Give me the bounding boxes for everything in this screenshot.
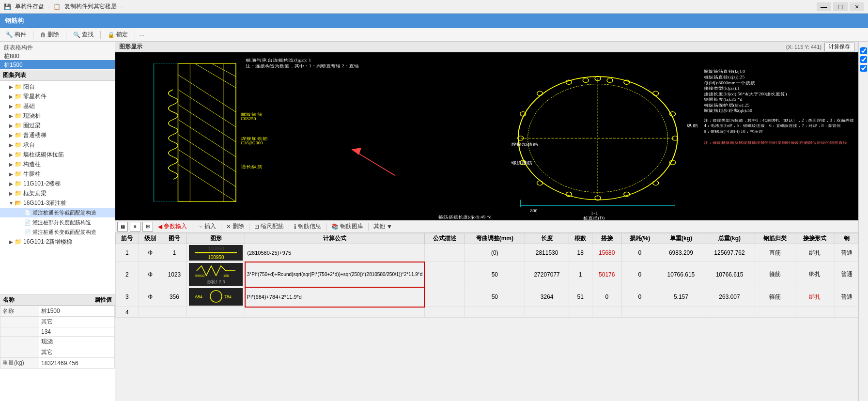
right-panel: 显示 bbox=[858, 42, 868, 401]
svg-text:150: 150 bbox=[223, 274, 229, 278]
rebar-lib-icon: 📚 bbox=[331, 223, 339, 230]
svg-text:注：连接构造为数值，其中：1：判断直弯锚   2：直锚: 注：连接构造为数值，其中：1：判断直弯锚 2：直锚 bbox=[246, 64, 359, 68]
table-row-4[interactable]: 4 bbox=[116, 307, 858, 318]
scale-icon: ⊡ bbox=[254, 223, 259, 230]
cad-svg: 桩顶与承台连接构造(ljgz): 1 注：连接构造为数值，其中：1：判断直弯锚 … bbox=[115, 52, 858, 220]
param-icon-btn[interactable]: ⊞ bbox=[142, 222, 153, 231]
table-row-2[interactable]: 2 Φ 1023 99930 150 形状1 2 bbox=[116, 262, 858, 287]
prop-row: 其它 bbox=[0, 347, 115, 358]
grid-icon-btn[interactable]: ≡ bbox=[130, 222, 140, 231]
svg-text:螺旋箍筋: 螺旋箍筋 bbox=[241, 112, 263, 117]
prop-row: 名称 桩1500 bbox=[0, 306, 115, 317]
expand-icon: ▶ bbox=[8, 94, 15, 99]
data-table-wrapper[interactable]: 筋号 级别 图号 图形 计算公式 公式描述 弯曲调整(mm) 长度 根数 搭接 … bbox=[115, 233, 858, 401]
tree-item-kuangjia[interactable]: ▶ 📁 框架扁梁 bbox=[0, 188, 115, 198]
tree-item-quanguo[interactable]: ▶ 📁 圈过梁 bbox=[0, 121, 115, 130]
svg-rect-0 bbox=[115, 52, 858, 220]
checkbox-2[interactable] bbox=[860, 56, 867, 63]
tree-item-16g2[interactable]: ▶ 📁 16G101-2新增楼梯 bbox=[0, 237, 115, 247]
col-singw: 单重(kg) bbox=[658, 233, 704, 244]
pile-1500[interactable]: 桩1500 bbox=[0, 60, 115, 69]
tree-item-jichu[interactable]: ▶ 📁 基础 bbox=[0, 101, 115, 111]
title-item-1[interactable]: 单构件存盘 bbox=[15, 2, 44, 11]
prop-row: 其它 bbox=[0, 317, 115, 327]
svg-text:684: 684 bbox=[195, 294, 202, 299]
rebar-info-button[interactable]: ℹ 钢筋信息 bbox=[291, 222, 324, 231]
param-input-button[interactable]: ◀ 参数输入 bbox=[155, 222, 190, 231]
table-row-3[interactable]: 3 Φ 356 684 784 Pi* bbox=[116, 287, 858, 307]
svg-text:桩纵筋保护层(bhe):25: 桩纵筋保护层(bhe):25 bbox=[703, 103, 750, 108]
insert-button[interactable]: → 插入 bbox=[194, 222, 219, 231]
maximize-button[interactable]: □ bbox=[833, 2, 848, 11]
delete-button[interactable]: 🗑 删除 bbox=[37, 30, 62, 40]
other-button[interactable]: 其他 ▼ bbox=[371, 222, 395, 231]
find-button[interactable]: 🔍 查找 bbox=[70, 30, 96, 40]
tree-item-niutui[interactable]: ▶ 📁 牛腿柱 bbox=[0, 169, 115, 179]
col-count: 根数 bbox=[569, 233, 592, 244]
scale-button[interactable]: ⊡ 缩尺配筋 bbox=[251, 222, 287, 231]
prop-row-weight: 重量(kg) 18321469.456 bbox=[0, 358, 115, 369]
svg-text:焊接加劲筋: 焊接加劲筋 bbox=[241, 136, 268, 141]
tree-item-guanzhu-1[interactable]: 📄 灌注桩通长等截面配筋构造 bbox=[0, 208, 115, 217]
table-icon-btn[interactable]: ▦ bbox=[117, 222, 128, 231]
svg-text:桩顶与承台连接构造(ljgz): 1: 桩顶与承台连接构造(ljgz): 1 bbox=[245, 58, 311, 62]
svg-text:4：电渣压力焊，5：锥螺纹连接，6：直螺纹连接，7：对焊，8: 4：电渣压力焊，5：锥螺纹连接，6：直螺纹连接，7：对焊，8：套管压 bbox=[704, 123, 841, 128]
toolbar-separator-2 bbox=[66, 31, 66, 39]
col-length: 长度 bbox=[525, 233, 569, 244]
tree-item-chengtai[interactable]: ▶ 📁 承台 bbox=[0, 140, 115, 150]
tree-item-16g[interactable]: ▼ 📂 16G101-3灌注桩 bbox=[0, 198, 115, 208]
pile-800[interactable]: 桩800 bbox=[0, 51, 115, 60]
checkbox-1[interactable] bbox=[860, 47, 867, 54]
svg-text:1-1: 1-1 bbox=[590, 211, 598, 216]
component-icon: 🔧 bbox=[6, 31, 13, 38]
col-bend: 弯曲调整(mm) bbox=[465, 233, 525, 244]
svg-text:接接长度(ldjcd):56*d(大于200接长度算): 接接长度(ldjcd):56*d(大于200接长度算) bbox=[704, 92, 787, 96]
component-filter[interactable]: 筋表格构件 bbox=[0, 43, 115, 51]
tree-item-lingxing[interactable]: ▶ 📁 零星构件 bbox=[0, 92, 115, 101]
svg-text:桩直径(D): 桩直径(D) bbox=[583, 216, 604, 220]
delete-row-button[interactable]: ✕ 删除 bbox=[223, 222, 247, 231]
col-loss: 损耗(%) bbox=[621, 233, 658, 244]
data-table: 筋号 级别 图号 图形 计算公式 公式描述 弯曲调整(mm) 长度 根数 搭接 … bbox=[115, 233, 858, 318]
tree-item-11g[interactable]: ▶ 📁 11G101-2楼梯 bbox=[0, 179, 115, 188]
tree-item-qiangzhu[interactable]: ▶ 📁 墙柱或砌体拉筋 bbox=[0, 150, 115, 159]
checkbox-3[interactable] bbox=[860, 65, 867, 72]
coord-display: (X: 115 Y: 441) 计算保存 bbox=[786, 43, 854, 51]
rebar-lib-button[interactable]: 📚 钢筋图库 bbox=[328, 222, 366, 231]
lock-button[interactable]: 🔒 锁定 bbox=[105, 30, 131, 40]
col-desc: 公式描述 bbox=[424, 233, 465, 244]
toolbar-separator-1 bbox=[33, 31, 33, 39]
col-num: 筋号 bbox=[116, 233, 139, 244]
window-controls: — □ × bbox=[817, 2, 864, 11]
toolbar-separator-3 bbox=[100, 31, 101, 39]
close-button[interactable]: × bbox=[850, 2, 864, 11]
app-title: 钢筋构 bbox=[5, 16, 24, 25]
sep4 bbox=[289, 223, 289, 231]
svg-text:钢固长度(la):35 *d: 钢固长度(la):35 *d bbox=[703, 97, 743, 102]
bottom-toolbar: ▦ ≡ ⊞ ◀ 参数输入 → 插入 ✕ 删除 bbox=[115, 220, 858, 233]
tree-container[interactable]: ▶ 📁 阳台 ▶ 📁 零星构件 ▶ 📁 基础 ▶ 📁 现浇桩 ▶ 📁 bbox=[0, 81, 115, 294]
tree-item-yangtai[interactable]: ▶ 📁 阳台 bbox=[0, 82, 115, 92]
calc-save-button[interactable]: 计算保存 bbox=[824, 43, 854, 51]
delete-icon: 🗑 bbox=[40, 31, 46, 38]
left-panel: 筋表格构件 桩800 桩1500 图集列表 ▶ 📁 阳台 ▶ 📁 零星构件 ▶ … bbox=[0, 42, 115, 401]
tree-item-gouzao[interactable]: ▶ 📁 构造柱 bbox=[0, 159, 115, 169]
svg-text:C16@2000: C16@2000 bbox=[241, 141, 263, 146]
tree-item-xianjiaozhuang[interactable]: ▶ 📁 现浇桩 bbox=[0, 111, 115, 121]
tree-item-putong-louti[interactable]: ▶ 📁 普通楼梯 bbox=[0, 130, 115, 140]
minimize-button[interactable]: — bbox=[817, 2, 831, 11]
svg-text:箍筋搭接长度(djcd):49 *d: 箍筋搭接长度(djcd):49 *d bbox=[438, 215, 492, 219]
table-row-1[interactable]: 1 Φ 1 100950 100950 (28 bbox=[116, 244, 858, 262]
component-button[interactable]: 🔧 构件 bbox=[3, 30, 29, 40]
delete-row-icon: ✕ bbox=[226, 223, 231, 230]
prop-row: 134 bbox=[0, 327, 115, 337]
svg-point-73 bbox=[210, 291, 222, 302]
tree-item-guanzhu-3[interactable]: 📄 灌注桩通长变截面配筋构造 bbox=[0, 227, 115, 237]
cad-header: 图形显示 (X: 115 Y: 441) 计算保存 bbox=[115, 42, 858, 52]
title-item-2[interactable]: 复制构件到其它楼层 bbox=[64, 2, 117, 11]
col-figure: 图形 bbox=[187, 233, 245, 244]
col-cat: 钢筋归类 bbox=[755, 233, 795, 244]
cad-drawing-area[interactable]: 桩顶与承台连接构造(ljgz): 1 注：连接构造为数值，其中：1：判断直弯锚 … bbox=[115, 52, 858, 220]
tree-item-guanzhu-2[interactable]: 📄 灌注桩部分长度配筋构造 bbox=[0, 217, 115, 227]
properties-panel: 名称 属性值 名称 桩1500 其它 134 bbox=[0, 294, 115, 401]
